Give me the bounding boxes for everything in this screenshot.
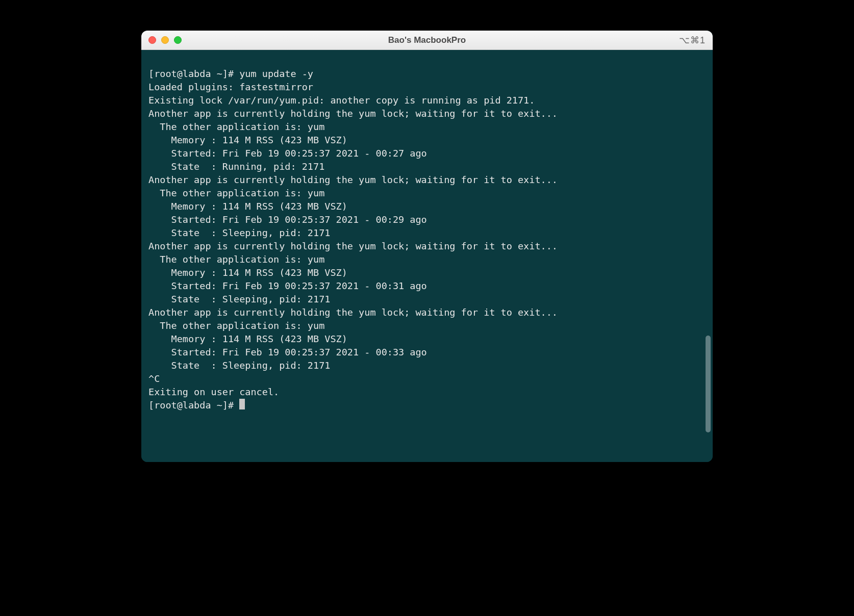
terminal-line: Another app is currently holding the yum… [148, 240, 706, 253]
terminal-line: State : Sleeping, pid: 2171 [148, 293, 706, 306]
terminal-line: Existing lock /var/run/yum.pid: another … [148, 94, 706, 107]
terminal-line: State : Sleeping, pid: 2171 [148, 226, 706, 240]
terminal-line: Memory : 114 M RSS (423 MB VSZ) [148, 266, 706, 279]
titlebar[interactable]: Bao's MacbookPro ⌥⌘1 [141, 31, 713, 50]
terminal-line: Another app is currently holding the yum… [148, 173, 706, 187]
window-shortcut: ⌥⌘1 [679, 35, 706, 46]
terminal-line: Exiting on user cancel. [148, 386, 706, 399]
terminal-line: Another app is currently holding the yum… [148, 107, 706, 120]
terminal-prompt: [root@labda ~]# [148, 399, 706, 412]
terminal-line: The other application is: yum [148, 253, 706, 266]
terminal-line: Loaded plugins: fastestmirror [148, 81, 706, 94]
terminal-line: State : Sleeping, pid: 2171 [148, 359, 706, 372]
terminal-line: Another app is currently holding the yum… [148, 306, 706, 319]
terminal-line: ^C [148, 372, 706, 386]
scrollbar-thumb[interactable] [706, 336, 711, 432]
terminal-line: Started: Fri Feb 19 00:25:37 2021 - 00:2… [148, 147, 706, 160]
terminal-line: [root@labda ~]# yum update -y [148, 67, 706, 81]
window-title: Bao's MacbookPro [388, 35, 466, 45]
maximize-button[interactable] [174, 36, 182, 44]
terminal-line: Started: Fri Feb 19 00:25:37 2021 - 00:3… [148, 279, 706, 293]
terminal-window: Bao's MacbookPro ⌥⌘1 [root@labda ~]# yum… [141, 31, 713, 462]
terminal-body[interactable]: [root@labda ~]# yum update -yLoaded plug… [141, 50, 713, 462]
terminal-line: Started: Fri Feb 19 00:25:37 2021 - 00:3… [148, 346, 706, 359]
terminal-line: State : Running, pid: 2171 [148, 160, 706, 173]
terminal-line: The other application is: yum [148, 120, 706, 134]
traffic-lights [148, 36, 182, 44]
terminal-line: The other application is: yum [148, 319, 706, 332]
cursor [239, 399, 245, 409]
terminal-line: The other application is: yum [148, 187, 706, 200]
terminal-line: Memory : 114 M RSS (423 MB VSZ) [148, 134, 706, 147]
close-button[interactable] [148, 36, 156, 44]
prompt-text: [root@labda ~]# [148, 400, 239, 410]
minimize-button[interactable] [161, 36, 169, 44]
terminal-line: Memory : 114 M RSS (423 MB VSZ) [148, 200, 706, 213]
terminal-line: Started: Fri Feb 19 00:25:37 2021 - 00:2… [148, 213, 706, 226]
terminal-line: Memory : 114 M RSS (423 MB VSZ) [148, 332, 706, 346]
